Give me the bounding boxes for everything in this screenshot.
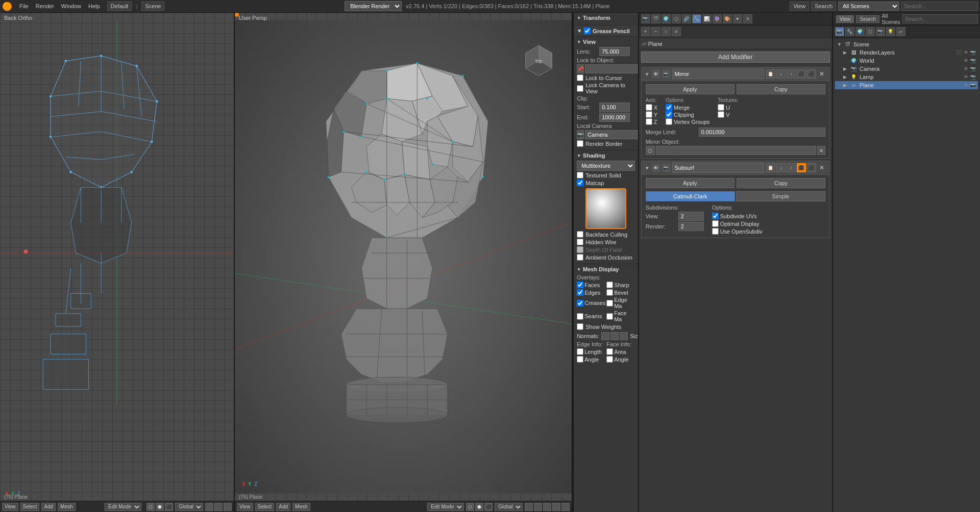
tree-rl-eye[interactable]: 👁 (964, 50, 968, 55)
search-button[interactable]: Search (811, 2, 836, 11)
mirror-icon-2[interactable]: ↓ (776, 69, 786, 79)
angle-checkbox[interactable] (577, 356, 583, 363)
clipping-checkbox[interactable] (666, 111, 672, 118)
normals-vertex-icon[interactable] (610, 332, 619, 340)
vl-face-icon[interactable]: ⬛ (165, 503, 173, 511)
vr-face-icon[interactable]: ⬛ (484, 503, 493, 511)
optimal-display-checkbox[interactable] (712, 220, 719, 227)
edge-ma-checkbox[interactable] (606, 300, 613, 306)
vr-global-select[interactable]: Global (495, 503, 523, 511)
subsurf-icon-4[interactable]: ⬛ (797, 163, 806, 172)
camera-icon[interactable]: 📷 (577, 130, 584, 139)
mirror-name-input[interactable] (672, 69, 764, 79)
scene-search-tab[interactable]: Search (856, 15, 879, 23)
sp-icon-4[interactable]: ⬡ (866, 27, 875, 36)
mod-icon-constraints[interactable]: 🔗 (682, 14, 691, 23)
vl-proportional-icon[interactable] (214, 503, 223, 511)
render-subdiv-input[interactable] (678, 222, 704, 231)
mirror-eye-icon[interactable]: 👁 (652, 70, 660, 78)
vr-mesh-btn[interactable]: Mesh (292, 503, 310, 511)
mod-icon-data[interactable]: 📊 (702, 14, 712, 23)
vr-extra2-icon[interactable] (561, 503, 570, 511)
subsurf-name-input[interactable] (672, 163, 764, 173)
camera-name-input[interactable] (585, 130, 639, 139)
hidden-wire-checkbox[interactable] (577, 239, 583, 245)
tree-c-eye[interactable]: 👁 (964, 66, 968, 71)
vl-overlay-icon[interactable] (224, 503, 232, 511)
vr-select-btn[interactable]: Select (255, 503, 275, 511)
matcap-checkbox[interactable] (577, 180, 583, 186)
lock-camera-checkbox[interactable] (577, 85, 583, 92)
subsurf-icon-1[interactable]: 📋 (766, 163, 775, 172)
mirror-icon-4[interactable]: ⬛ (797, 69, 806, 79)
mod-icon-render[interactable]: 📷 (641, 14, 650, 23)
mod-icon-material[interactable]: 🔮 (713, 14, 722, 23)
use-opensubdiv-checkbox[interactable] (712, 228, 719, 235)
mirror-apply-btn[interactable]: Apply (646, 84, 734, 94)
tree-l-eye[interactable]: 👁 (964, 74, 968, 80)
vr-add-btn[interactable]: Add (276, 503, 290, 511)
tree-lamp[interactable]: ▶ 💡 Lamp 👁 📷 (835, 73, 978, 81)
subsurf-apply-btn[interactable]: Apply (646, 178, 734, 188)
vl-mode-select[interactable]: Edit Mode (105, 503, 141, 511)
lens-input[interactable] (599, 47, 630, 56)
vr-proportional-icon[interactable] (534, 503, 542, 511)
gp-checkbox[interactable] (584, 28, 591, 34)
length-checkbox[interactable] (577, 348, 583, 355)
sp-icon-3[interactable]: 🌍 (855, 27, 865, 36)
mod-icon-generate[interactable]: + (641, 27, 650, 36)
mod-icon-object[interactable]: ⬡ (672, 14, 681, 23)
subsurf-icon-5[interactable]: ⬛ (807, 163, 816, 172)
faces-checkbox[interactable] (577, 281, 583, 288)
creases-checkbox[interactable] (577, 300, 583, 306)
mirror-render-icon[interactable]: 📷 (662, 70, 670, 78)
mod-icon-particles[interactable]: ✦ (733, 14, 742, 23)
sp-icon-6[interactable]: 💡 (886, 27, 895, 36)
u-checkbox[interactable] (718, 104, 724, 111)
mod-icon-modifiers[interactable]: 🔧 (692, 14, 701, 23)
vl-add-btn[interactable]: Add (41, 503, 56, 511)
v-checkbox[interactable] (718, 111, 724, 118)
vr-snap-icon[interactable] (525, 503, 533, 511)
mirror-object-clear[interactable]: ✕ (817, 146, 825, 155)
file-menu[interactable]: File (16, 2, 32, 10)
shading-mode-select[interactable]: Multitexture GLSL Solid (577, 161, 634, 171)
tree-world[interactable]: 🌍 World 👁 📷 (835, 57, 978, 65)
add-modifier-button[interactable]: Add Modifier (641, 52, 830, 63)
tree-p-camera[interactable]: 📷 (970, 83, 976, 88)
view-button[interactable]: View (790, 2, 809, 11)
tree-renderlayers[interactable]: ▶ 🖼 RenderLayers ⬛ 👁 📷 (835, 48, 978, 57)
mirror-object-icon[interactable]: ⬡ (646, 146, 655, 155)
matcap-preview[interactable] (585, 188, 626, 229)
area-checkbox[interactable] (606, 348, 613, 355)
tree-l-camera[interactable]: 📷 (970, 74, 976, 80)
tree-w-eye[interactable]: 👁 (964, 58, 968, 63)
lock-object-icon[interactable]: 📌 (577, 64, 584, 73)
axis-x-checkbox[interactable] (646, 104, 652, 111)
mod-icon-simulate[interactable]: ○ (662, 27, 671, 36)
vr-edge-icon[interactable]: ⬢ (475, 503, 483, 511)
face-ma-checkbox[interactable] (606, 313, 613, 320)
mirror-icon-1[interactable]: 📋 (766, 69, 775, 79)
catmull-clark-btn[interactable]: Catmull-Clark (646, 191, 735, 201)
topbar-search-input[interactable] (901, 2, 978, 11)
mod-icon-deform[interactable]: ~ (651, 27, 660, 36)
lock-object-input[interactable] (585, 64, 639, 73)
merge-checkbox[interactable] (666, 104, 672, 111)
tree-c-camera[interactable]: 📷 (970, 66, 976, 71)
tree-rl-camera[interactable]: 📷 (970, 50, 976, 55)
mod-icon-scene[interactable]: 🎬 (651, 14, 660, 23)
backface-checkbox[interactable] (577, 231, 583, 238)
vr-extra-icon[interactable] (552, 503, 560, 511)
tree-p-eye[interactable]: 👁 (964, 83, 968, 88)
subsurf-eye-icon[interactable]: 👁 (652, 164, 660, 172)
vl-snap-icon[interactable] (205, 503, 213, 511)
mod-icon-etc[interactable]: ≡ (672, 27, 681, 36)
all-scenes-select[interactable]: All Scenes (838, 2, 899, 11)
viewport-right[interactable]: User Persp (235, 13, 573, 512)
mirror-icon-5[interactable]: ⬛ (807, 69, 816, 79)
end-input[interactable] (599, 113, 630, 122)
mirror-close-btn[interactable]: ✕ (817, 69, 826, 79)
view-header[interactable]: ▼ View (577, 39, 634, 45)
transform-header[interactable]: ▼ Transform (577, 15, 634, 21)
